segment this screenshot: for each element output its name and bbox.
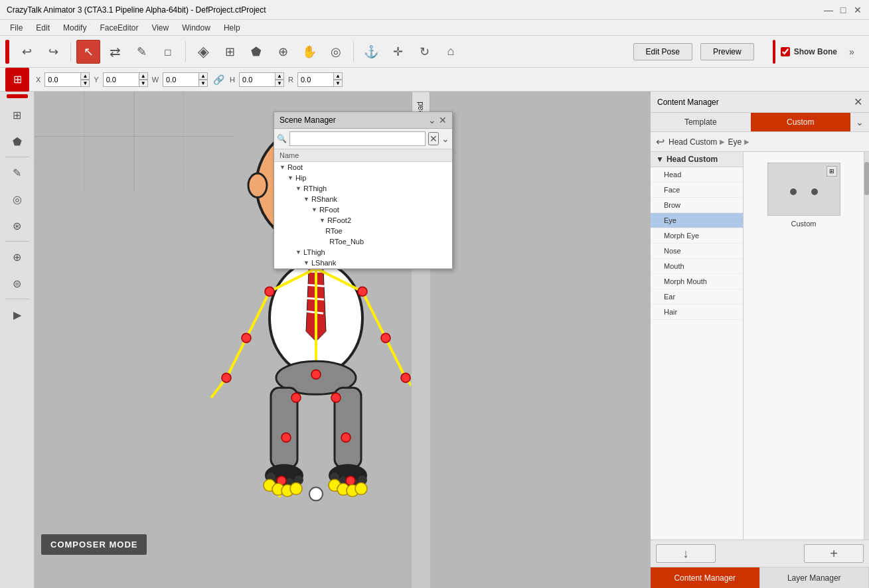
cm-item-morpheye[interactable]: Morph Eye — [651, 228, 743, 244]
minimize-button[interactable]: — — [824, 5, 833, 15]
eraser-button[interactable]: ◻ — [156, 40, 180, 64]
scrollbar-thumb[interactable] — [864, 162, 869, 195]
tree-item-root[interactable]: ▼ Root — [274, 162, 452, 173]
x-spin-down[interactable]: ▼ — [80, 80, 90, 87]
scene-tree[interactable]: Name ▼ Root ▼ Hip ▼ RThigh ▼ RShank ▼ RF… — [274, 149, 452, 269]
cm-item-brow[interactable]: Brow — [651, 198, 743, 213]
tree-item-rshank[interactable]: ▼ RShank — [274, 194, 452, 204]
h-spin-down[interactable]: ▼ — [275, 80, 284, 87]
w-spin-down[interactable]: ▼ — [198, 80, 208, 87]
breadcrumb-back-button[interactable]: ↩ — [656, 135, 665, 148]
left-play-button[interactable]: ▶ — [4, 302, 31, 327]
menu-modify[interactable]: Modify — [56, 22, 93, 34]
r-spin-down[interactable]: ▼ — [333, 80, 343, 87]
left-shape-button[interactable]: ⬟ — [4, 129, 31, 154]
redo-button[interactable]: ↪ — [41, 40, 65, 64]
bottom-tab-content-manager[interactable]: Content Manager — [651, 567, 760, 588]
left-star-button[interactable]: ⊛ — [4, 213, 31, 238]
magnet-button[interactable]: ⊕ — [271, 40, 295, 64]
show-bone-area: Show Bone — [781, 47, 837, 56]
hand-button[interactable]: ✋ — [297, 40, 321, 64]
expand-button[interactable]: » — [840, 40, 864, 64]
bone-button[interactable]: ◈ — [191, 40, 215, 64]
scene-manager-close-button[interactable]: ✕ — [439, 115, 447, 125]
maximize-button[interactable]: □ — [838, 5, 848, 15]
breadcrumb-path: Head Custom ▶ Eye ▶ — [669, 137, 750, 147]
left-pen-button[interactable]: ✎ — [4, 160, 31, 185]
tree-item-lthigh[interactable]: ▼ LThigh — [274, 247, 452, 257]
search-clear-button[interactable]: ✕ — [428, 132, 439, 145]
select-button[interactable]: ↖ — [76, 40, 100, 64]
content-thumbnail[interactable]: ⊞ — [767, 163, 840, 216]
undo-button[interactable]: ↩ — [15, 40, 39, 64]
circle-button[interactable]: ◎ — [324, 40, 348, 64]
rotate-button[interactable]: ↻ — [412, 40, 436, 64]
y-spin-up[interactable]: ▲ — [139, 72, 148, 80]
left-ring-button[interactable]: ⊜ — [4, 271, 31, 296]
cm-tab-template[interactable]: Template — [651, 113, 751, 131]
cm-item-morphmouth[interactable]: Morph Mouth — [651, 274, 743, 289]
shape-button[interactable]: ⬟ — [244, 40, 268, 64]
x-input[interactable] — [44, 72, 81, 87]
move-button[interactable]: ⇄ — [103, 40, 127, 64]
h-spin-up[interactable]: ▲ — [275, 72, 284, 80]
cm-add-button[interactable]: + — [804, 544, 864, 563]
tree-item-rtoenub[interactable]: RToe_Nub — [274, 236, 452, 247]
menu-view[interactable]: View — [145, 22, 175, 34]
tree-item-rfoot[interactable]: ▼ RFoot — [274, 204, 452, 215]
bottom-tab-layer-manager[interactable]: Layer Manager — [760, 567, 870, 588]
w-input[interactable] — [163, 72, 199, 87]
scene-search-input[interactable] — [289, 131, 426, 146]
composer-mode-label: COMPOSER MODE — [41, 534, 147, 555]
show-bone-checkbox[interactable] — [781, 47, 790, 56]
cm-download-button[interactable]: ↓ — [656, 544, 716, 563]
cm-tree[interactable]: ▼ Head Custom Head Face Brow Eye Morph E… — [651, 152, 744, 540]
cm-item-mouth[interactable]: Mouth — [651, 259, 743, 274]
cm-item-hair[interactable]: Hair — [651, 305, 743, 320]
cm-item-head[interactable]: Head — [651, 167, 743, 183]
cm-expand-button[interactable]: ⌄ — [850, 113, 869, 131]
grid-button[interactable]: ⊞ — [218, 40, 242, 64]
scene-manager-header: Scene Manager ⌄ ✕ — [274, 112, 452, 129]
y-input[interactable] — [103, 72, 139, 87]
edit-pose-button[interactable]: Edit Pose — [633, 43, 692, 60]
canvas-area[interactable]: FPS: 0.00 — [35, 92, 650, 588]
menu-faceeditor[interactable]: FaceEditor — [93, 22, 145, 34]
tree-item-hip[interactable]: ▼ Hip — [274, 173, 452, 183]
tree-item-rtoe[interactable]: RToe — [274, 226, 452, 236]
w-spin-up[interactable]: ▲ — [198, 72, 208, 80]
tree-item-rfoot2[interactable]: ▼ RFoot2 — [274, 215, 452, 226]
anchor-button[interactable]: ⚓ — [359, 40, 383, 64]
scene-collapse-button[interactable]: ⌄ — [441, 133, 449, 144]
cm-item-ear[interactable]: Ear — [651, 289, 743, 305]
menu-edit[interactable]: Edit — [29, 22, 56, 34]
scene-expand-button[interactable]: ⌄ — [428, 115, 436, 125]
cm-close-button[interactable]: ✕ — [854, 96, 862, 108]
left-sep-2 — [5, 241, 29, 242]
menu-help[interactable]: Help — [217, 22, 247, 34]
menu-file[interactable]: File — [3, 22, 29, 34]
thumb-settings-icon[interactable]: ⊞ — [827, 166, 837, 177]
home-button[interactable]: ⌂ — [439, 40, 463, 64]
move2-button[interactable]: ✛ — [386, 40, 410, 64]
h-input[interactable] — [239, 72, 276, 87]
left-circle-button[interactable]: ◎ — [4, 186, 31, 212]
cm-scrollbar[interactable] — [864, 152, 869, 540]
y-spin-down[interactable]: ▼ — [139, 80, 148, 87]
pen-button[interactable]: ✎ — [129, 40, 153, 64]
cm-item-nose[interactable]: Nose — [651, 244, 743, 259]
r-spin-up[interactable]: ▲ — [333, 72, 343, 80]
menu-window[interactable]: Window — [175, 22, 217, 34]
tree-item-rthigh[interactable]: ▼ RThigh — [274, 183, 452, 194]
tree-item-lshank[interactable]: ▼ LShank — [274, 257, 452, 268]
x-spin-up[interactable]: ▲ — [80, 72, 90, 80]
r-input[interactable] — [297, 72, 334, 87]
cm-item-face[interactable]: Face — [651, 183, 743, 198]
left-magnet-button[interactable]: ⊕ — [4, 244, 31, 269]
cm-tree-header[interactable]: ▼ Head Custom — [651, 152, 743, 167]
cm-tab-custom[interactable]: Custom — [751, 113, 851, 131]
left-grid-button[interactable]: ⊞ — [4, 102, 31, 127]
cm-item-eye[interactable]: Eye — [651, 213, 743, 228]
preview-button[interactable]: Preview — [700, 43, 754, 60]
close-button[interactable]: ✕ — [853, 5, 862, 15]
